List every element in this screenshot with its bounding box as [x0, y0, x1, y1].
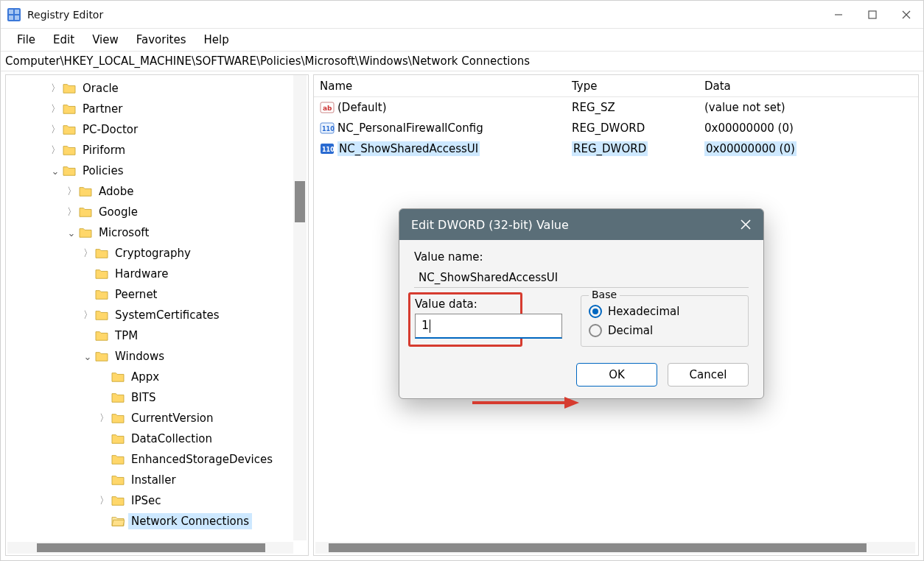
list-header: Name Type Data — [314, 75, 918, 97]
list-horizontal-scrollbar[interactable] — [315, 542, 915, 554]
chevron-right-icon[interactable]: 〉 — [49, 144, 62, 157]
tree-node-esd[interactable]: 〉EnhancedStorageDevices — [6, 449, 308, 470]
dialog-title: Edit DWORD (32-bit) Value — [411, 218, 569, 232]
chevron-right-icon[interactable]: 〉 — [49, 123, 62, 136]
folder-icon — [94, 308, 109, 322]
tree-node-netconn[interactable]: 〉Network Connections — [6, 511, 308, 532]
tree-label: PC-Doctor — [80, 121, 141, 138]
scrollbar-thumb[interactable] — [37, 543, 265, 552]
menu-edit[interactable]: Edit — [44, 30, 83, 49]
addressbar[interactable]: Computer\HKEY_LOCAL_MACHINE\SOFTWARE\Pol… — [1, 51, 923, 71]
col-header-type[interactable]: Type — [572, 80, 704, 93]
tree-node-hardware[interactable]: 〉Hardware — [6, 264, 308, 284]
tree-label: SystemCertificates — [112, 307, 223, 323]
folder-icon — [94, 288, 109, 301]
dword-value-icon: 110 — [320, 121, 335, 135]
folder-icon — [111, 391, 125, 404]
tree-label: Microsoft — [96, 225, 152, 241]
tree-label: Hardware — [112, 266, 171, 282]
menu-file[interactable]: File — [8, 30, 44, 49]
tree-node-piriform[interactable]: 〉Piriform — [6, 140, 308, 160]
svg-text:110: 110 — [322, 126, 335, 133]
value-name: (Default) — [337, 101, 387, 114]
chevron-down-icon[interactable]: ⌄ — [49, 166, 62, 177]
chevron-right-icon[interactable]: 〉 — [65, 185, 78, 198]
value-name: NC_PersonalFirewallConfig — [337, 121, 483, 135]
col-header-data[interactable]: Data — [704, 80, 918, 93]
tree-node-adobe[interactable]: 〉Adobe — [6, 181, 308, 202]
dialog-close-button[interactable] — [735, 214, 756, 235]
tree-node-appx[interactable]: 〉Appx — [6, 367, 308, 387]
tree-node-windows[interactable]: ⌄Windows — [6, 346, 308, 367]
chevron-right-icon[interactable]: 〉 — [65, 205, 78, 219]
maximize-button[interactable] — [855, 1, 889, 29]
value-type: REG_DWORD — [572, 141, 648, 156]
tree-label: EnhancedStorageDevices — [128, 451, 276, 468]
menu-help[interactable]: Help — [195, 30, 238, 49]
chevron-right-icon[interactable]: 〉 — [81, 308, 94, 322]
menu-favorites[interactable]: Favorites — [127, 30, 195, 49]
tree-node-tpm[interactable]: 〉TPM — [6, 325, 308, 346]
tree-label: Partner — [80, 101, 126, 117]
folder-icon — [62, 123, 77, 136]
tree-node-bits[interactable]: 〉BITS — [6, 387, 308, 408]
value-data-input[interactable]: 1 — [415, 314, 562, 339]
tree-node-policies[interactable]: ⌄Policies — [6, 160, 308, 181]
close-button[interactable] — [889, 1, 923, 29]
folder-icon — [62, 102, 77, 116]
chevron-right-icon[interactable]: 〉 — [97, 494, 111, 507]
tree-node-installer[interactable]: 〉Installer — [6, 470, 308, 490]
svg-rect-2 — [15, 10, 19, 14]
tree-node-cryptography[interactable]: 〉Cryptography — [6, 243, 308, 264]
tree-label: Adobe — [96, 183, 136, 200]
tree-label: Windows — [112, 348, 167, 364]
list-row[interactable]: ab(Default) REG_SZ (value not set) — [314, 97, 918, 118]
scrollbar-thumb[interactable] — [295, 181, 305, 222]
titlebar: Registry Editor — [1, 1, 923, 29]
value-name-field[interactable]: NC_ShowSharedAccessUI — [414, 268, 749, 288]
svg-rect-3 — [9, 15, 13, 20]
window-title: Registry Editor — [27, 9, 103, 21]
chevron-right-icon[interactable]: 〉 — [49, 102, 62, 116]
folder-icon — [111, 453, 125, 466]
radio-decimal[interactable]: Decimal — [589, 324, 741, 337]
list-row[interactable]: 110NC_PersonalFirewallConfig REG_DWORD 0… — [314, 118, 918, 138]
tree-horizontal-scrollbar[interactable] — [7, 542, 293, 554]
tree-node-peernet[interactable]: 〉Peernet — [6, 284, 308, 305]
radio-label: Hexadecimal — [608, 305, 679, 318]
tree-node-ipsec[interactable]: 〉IPSec — [6, 490, 308, 511]
tree-node-google[interactable]: 〉Google — [6, 202, 308, 222]
chevron-right-icon[interactable]: 〉 — [49, 82, 62, 95]
scrollbar-thumb[interactable] — [329, 543, 867, 552]
tree-node-systemcert[interactable]: 〉SystemCertificates — [6, 305, 308, 325]
ok-button[interactable]: OK — [576, 363, 657, 387]
tree-label: Cryptography — [112, 245, 194, 261]
tree-node-microsoft[interactable]: ⌄Microsoft — [6, 222, 308, 243]
tree-label: DataCollection — [128, 431, 215, 447]
tree-label: CurrentVersion — [128, 410, 217, 426]
base-group: Base Hexadecimal Decimal — [581, 295, 749, 347]
tree-node-datacollection[interactable]: 〉DataCollection — [6, 428, 308, 449]
value-data: 0x00000000 (0) — [704, 121, 794, 135]
radio-hexadecimal[interactable]: Hexadecimal — [589, 305, 741, 318]
chevron-right-icon[interactable]: 〉 — [81, 247, 94, 260]
chevron-down-icon[interactable]: ⌄ — [65, 227, 78, 239]
chevron-right-icon[interactable]: 〉 — [97, 412, 111, 425]
value-data: 0x00000000 (0) — [704, 141, 797, 156]
minimize-button[interactable] — [822, 1, 855, 29]
svg-text:110: 110 — [322, 147, 335, 153]
svg-rect-4 — [15, 15, 19, 20]
cancel-button[interactable]: Cancel — [668, 363, 749, 387]
tree-node-oracle[interactable]: 〉Oracle — [6, 78, 308, 99]
tree-node-partner[interactable]: 〉Partner — [6, 99, 308, 119]
tree-node-pcdoctor[interactable]: 〉PC-Doctor — [6, 119, 308, 140]
tree-vertical-scrollbar[interactable] — [293, 75, 307, 540]
tree[interactable]: 〉Oracle 〉Partner 〉PC-Doctor 〉Piriform ⌄P… — [6, 75, 308, 555]
col-header-name[interactable]: Name — [314, 80, 572, 93]
list-row[interactable]: 110NC_ShowSharedAccessUI REG_DWORD 0x000… — [314, 138, 918, 159]
menu-view[interactable]: View — [83, 30, 127, 49]
tree-pane: 〉Oracle 〉Partner 〉PC-Doctor 〉Piriform ⌄P… — [5, 74, 309, 556]
dialog-body: Value name: NC_ShowSharedAccessUI Value … — [399, 240, 763, 398]
chevron-down-icon[interactable]: ⌄ — [81, 351, 94, 362]
tree-node-currentversion[interactable]: 〉CurrentVersion — [6, 408, 308, 428]
